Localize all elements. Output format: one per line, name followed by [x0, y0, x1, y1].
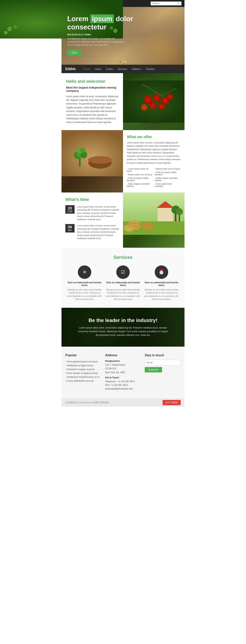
- news-heading: What's New: [65, 197, 119, 202]
- nav-gallery[interactable]: Gallery: [130, 67, 143, 71]
- offer-text: What we offer Lorem ipsum dolor sit amet…: [123, 130, 185, 192]
- offer-lists: Lorem ipsum dolor sit amet Morbi mollis …: [127, 167, 181, 188]
- subscribe-button[interactable]: Subscribe: [145, 367, 162, 372]
- social-icons: T f in @: [65, 2, 83, 5]
- popular-link-6[interactable]: Fusce sollicitudin nunc est: [65, 379, 101, 383]
- service-text-1: Quisque ac sem vitae mauris lacinia hend…: [67, 288, 102, 301]
- footer: Popular Proin placerat ipsum et rutrum V…: [61, 347, 185, 398]
- search-icon: [177, 2, 180, 5]
- hero-description: Sed dignissim augue ut ex cursus, vel mo…: [67, 37, 125, 46]
- svg-point-10: [141, 104, 147, 110]
- offer-list-item: Morbi mollis nunc id lacus: [127, 173, 153, 176]
- svg-point-33: [124, 224, 134, 232]
- hero-title: Lorem ipsum dolor consectetur: [67, 15, 179, 31]
- services-heading: Services: [65, 255, 181, 260]
- offer-list-item: Morbi mollis nunc id lacus: [155, 167, 181, 170]
- fax: FAX: +1 234 567 9871: [105, 384, 141, 387]
- svg-point-8: [158, 103, 165, 110]
- footer-bottom: 访问网络社区 bbs.xieniao.com免费下载模版图 前往下载模板: [61, 398, 185, 407]
- service-text-3: Quisque ac sem vitae mauris lacinia hend…: [144, 288, 179, 301]
- service-text-2: Quisque ac sem vitae mauris lacinia hend…: [106, 288, 140, 301]
- phone: Telephone : +1 234 567 9871: [105, 380, 141, 384]
- news-day-2: 09: [67, 225, 73, 229]
- search-box[interactable]: [151, 2, 181, 6]
- hello-text: Hello and welcome! Meet the largest inde…: [61, 73, 123, 130]
- facebook-icon[interactable]: f: [70, 2, 73, 5]
- svg-point-7: [149, 102, 156, 109]
- service-title-3: Duis eu malesuada erat lacinia lacus: [144, 281, 179, 286]
- service-card-2: ☑ Duis eu malesuada erat lacinia lacus Q…: [106, 266, 140, 301]
- popular-link-2[interactable]: Vestibulum et ligula lectus: [65, 364, 101, 368]
- dot-3[interactable]: [125, 61, 126, 62]
- services-section: Services ✳ Duis eu malesuada erat lacini…: [61, 248, 185, 308]
- hello-text-content: Lorem ipsum dolor sit amet, consectetur …: [66, 95, 118, 124]
- hero-cta-button[interactable]: Click: [67, 50, 81, 56]
- dot-1[interactable]: [120, 61, 121, 62]
- popular-link-4[interactable]: Proin semper ut ligula sit amet: [65, 371, 101, 375]
- news-text: What's New 23 JUNE Lorem ipsum dolor sit…: [61, 192, 123, 248]
- email: alesample@desample.com: [105, 387, 141, 391]
- news-text-2: Lorem ipsum dolor sit amet, consec tetue…: [77, 224, 119, 240]
- nav-links: Home About Codes Services Gallery Contac…: [81, 67, 156, 71]
- cta-section: Be the leader in the industry! Lorem ips…: [61, 308, 185, 347]
- service-icon-2: ☑: [116, 266, 130, 279]
- nav-codes[interactable]: Codes: [104, 67, 115, 71]
- hq-line-1: 123 T. Globel Place,: [105, 363, 141, 367]
- address-heading: Address: [105, 354, 141, 357]
- popular-heading: Popular: [65, 354, 101, 357]
- email-input[interactable]: [145, 360, 181, 366]
- popular-list: Proin placerat ipsum et rutrum Vestibulu…: [65, 360, 101, 383]
- offer-image: [61, 130, 123, 192]
- hello-subheading: Meet the largest independent mining comp…: [66, 86, 118, 92]
- hero-content: Lorem ipsum dolor consectetur MOLESTIE E…: [61, 7, 185, 60]
- popular-link-1[interactable]: Proin placerat ipsum et rutrum: [65, 360, 101, 364]
- linkedin-icon[interactable]: in: [75, 2, 78, 5]
- svg-point-32: [142, 222, 154, 230]
- hq-line-2: CS 09-123: [105, 367, 141, 370]
- popular-link-5[interactable]: Vestibulum hendrerit lacus ut mi: [65, 375, 101, 379]
- news-section: What's New 23 JUNE Lorem ipsum dolor sit…: [61, 192, 185, 248]
- search-input[interactable]: [152, 2, 177, 5]
- offer-heading: What we offer: [127, 135, 181, 139]
- news-month-1: JUNE: [67, 210, 73, 212]
- offer-list-item: Nulla magna venenatis lobortis: [127, 182, 153, 188]
- popular-link-3[interactable]: Praesent in augue ut purus: [65, 368, 101, 371]
- news-text-1: Lorem ipsum dolor sit amet, consec tetue…: [77, 205, 119, 221]
- nav-about[interactable]: About: [93, 67, 103, 71]
- footer-address: Address Headquarters 123 T. Globel Place…: [105, 354, 141, 391]
- news-month-2: MAY: [67, 229, 73, 231]
- svg-point-30: [176, 208, 183, 215]
- offer-list-item: Nulla magna venenatis lobortis: [155, 176, 181, 182]
- offer-description: Lorem ipsum dolor sit amet, consectetur …: [127, 141, 181, 165]
- news-date-2: 09 MAY: [65, 224, 75, 232]
- nav-home[interactable]: Home: [81, 67, 92, 71]
- offer-list-item: Lorem ipsum dolor sit amet: [127, 167, 153, 173]
- news-day-1: 23: [67, 206, 73, 210]
- offer-list-2: Morbi mollis nunc id lacus Proin ac ipsu…: [155, 167, 181, 188]
- tomatoes-bg: [123, 73, 185, 130]
- service-card-1: ✳ Duis eu malesuada erat lacinia lacus Q…: [67, 266, 102, 301]
- broccoli-svg: [61, 130, 123, 176]
- navbar-brand: Edible: [65, 67, 76, 71]
- navbar: Edible Home About Codes Services Gallery…: [61, 65, 185, 73]
- twitter-icon[interactable]: T: [65, 2, 68, 5]
- service-title-1: Duis eu malesuada erat lacinia lacus: [67, 281, 102, 286]
- dot-2[interactable]: [122, 61, 124, 62]
- service-icon-3: ⏰: [155, 266, 168, 279]
- offer-list-1: Lorem ipsum dolor sit amet Morbi mollis …: [127, 167, 153, 188]
- svg-point-22: [80, 148, 85, 153]
- svg-point-9: [167, 94, 173, 100]
- svg-rect-25: [158, 208, 173, 221]
- hq-label: Headquarters: [105, 360, 141, 362]
- hello-heading: Hello and welcome!: [66, 79, 118, 84]
- hero-dots: [120, 61, 126, 62]
- hq-line-3: New York, Ba. 4567: [105, 371, 141, 374]
- email-social-icon[interactable]: @: [80, 2, 83, 5]
- nav-contact[interactable]: Contact: [144, 67, 156, 71]
- download-button[interactable]: 前往下载模板: [163, 400, 181, 405]
- hello-image: [123, 73, 185, 130]
- tomatoes-svg: [123, 73, 185, 130]
- stay-heading: Stay in touch: [145, 354, 181, 357]
- nav-services[interactable]: Services: [116, 67, 129, 71]
- svg-rect-14: [61, 130, 123, 176]
